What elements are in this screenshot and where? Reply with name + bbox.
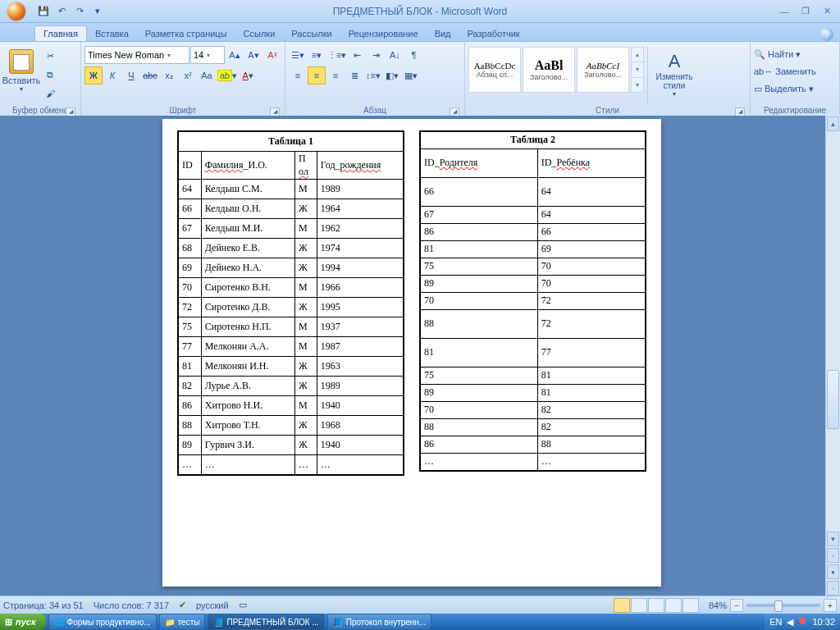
qat-redo[interactable]: ↷	[72, 4, 87, 19]
page-viewport[interactable]: Таблица 1IDФамилия_И.О.ПолГод_рождения64…	[0, 116, 825, 596]
font-size-combo[interactable]: 14▾	[190, 46, 225, 64]
align-right-button[interactable]: ≡	[326, 66, 345, 84]
tray-icon-1[interactable]: ◀	[787, 617, 793, 628]
strike-button[interactable]: abc	[141, 66, 159, 84]
underline-button[interactable]: Ч	[122, 66, 140, 84]
bold-button[interactable]: Ж	[84, 66, 103, 84]
highlight-button[interactable]: ab▾	[217, 66, 238, 84]
start-button[interactable]: ⊞пуск	[0, 614, 46, 630]
taskbar-item-2[interactable]: 📘 ПРЕДМЕТНЫЙ БЛОК ...	[208, 614, 324, 630]
minimize-button[interactable]: —	[776, 6, 792, 17]
italic-button[interactable]: К	[103, 66, 121, 84]
tray-clock[interactable]: 10:32	[812, 617, 835, 627]
tab-review[interactable]: Рецензирование	[340, 26, 427, 41]
change-case-button[interactable]: Aa	[198, 66, 216, 84]
prev-page-button[interactable]: ◦	[827, 548, 839, 563]
style-item-2[interactable]: AaBbCcIЗаголово...	[577, 47, 629, 93]
vertical-scrollbar[interactable]: ▲ ▼ ◦ ● ◦	[825, 116, 840, 596]
tab-insert[interactable]: Вставка	[87, 26, 137, 41]
quick-access-toolbar: 💾 ↶ ↷ ▾	[36, 4, 105, 19]
browse-object-button[interactable]: ●	[827, 564, 839, 579]
status-page[interactable]: Страница: 34 из 51	[3, 600, 84, 610]
view-print-layout[interactable]	[614, 598, 630, 613]
clear-formatting-button[interactable]: Aᵡ	[263, 46, 281, 64]
zoom-level[interactable]: 84%	[709, 600, 727, 610]
borders-button[interactable]: ▦▾	[402, 66, 420, 84]
maximize-button[interactable]: ❐	[797, 6, 814, 17]
sort-button[interactable]: A↓	[386, 46, 404, 64]
scroll-down-button[interactable]: ▼	[827, 532, 839, 546]
view-web-layout[interactable]	[648, 598, 664, 613]
scroll-up-button[interactable]: ▲	[827, 116, 839, 131]
subscript-button[interactable]: x₂	[160, 66, 178, 84]
status-proofing-icon[interactable]: ✔	[179, 600, 186, 610]
grow-font-button[interactable]: A▴	[226, 46, 244, 64]
superscript-button[interactable]: x²	[179, 66, 197, 84]
view-outline[interactable]	[665, 598, 682, 613]
align-left-button[interactable]: ≡	[289, 66, 307, 84]
select-button[interactable]: ▭ Выделить ▾	[754, 80, 816, 97]
group-styles: AaBbCcDcАбзац сп... AaBlЗаголово... AaBb…	[465, 42, 751, 117]
qat-save[interactable]: 💾	[36, 4, 51, 19]
numbering-button[interactable]: ≡▾	[308, 46, 326, 64]
justify-button[interactable]: ≣	[345, 66, 363, 84]
shrink-font-button[interactable]: A▾	[244, 46, 262, 64]
font-color-button[interactable]: A▾	[239, 66, 257, 84]
group-paragraph: ☰▾ ≡▾ ⋮≡▾ ⇤ ⇥ A↓ ¶ ≡ ≡ ≡ ≣ ↕≡▾ ◧▾ ▦▾ Абз…	[285, 42, 465, 117]
title-bar: 💾 ↶ ↷ ▾ ПРЕДМЕТНЫЙ БЛОК - Microsoft Word…	[0, 0, 840, 23]
multilevel-button[interactable]: ⋮≡▾	[326, 46, 347, 64]
taskbar-item-1[interactable]: 📁 тесты	[159, 614, 206, 630]
align-center-button[interactable]: ≡	[308, 66, 326, 84]
tab-mailings[interactable]: Рассылки	[283, 26, 340, 41]
style-item-1[interactable]: AaBlЗаголово...	[523, 47, 575, 93]
shading-button[interactable]: ◧▾	[383, 66, 401, 84]
close-button[interactable]: ✕	[819, 6, 835, 17]
paste-button[interactable]: Вставить ▾	[3, 43, 39, 98]
zoom-in-button[interactable]: +	[824, 599, 837, 612]
ribbon-tabs: Главная Вставка Разметка страницы Ссылки…	[0, 23, 840, 42]
tray-language[interactable]: EN	[769, 617, 782, 627]
cut-button[interactable]: ✂	[41, 47, 59, 65]
replace-button[interactable]: ab↔ Заменить	[754, 63, 816, 80]
status-insert-mode-icon[interactable]: ▭	[239, 600, 247, 610]
find-button[interactable]: 🔍 Найти ▾	[754, 46, 816, 62]
tab-developer[interactable]: Разработчик	[459, 26, 528, 41]
group-editing: 🔍 Найти ▾ ab↔ Заменить ▭ Выделить ▾ Реда…	[751, 42, 840, 117]
style-item-0[interactable]: AaBbCcDcАбзац сп...	[468, 47, 521, 93]
scroll-thumb[interactable]	[827, 370, 839, 429]
change-styles-label: Изменить стили	[651, 72, 697, 90]
tab-references[interactable]: Ссылки	[235, 26, 284, 41]
show-marks-button[interactable]: ¶	[404, 46, 422, 64]
zoom-out-button[interactable]: −	[730, 599, 743, 612]
paste-label: Вставить	[2, 75, 41, 85]
font-family-combo[interactable]: Times New Roman▾	[84, 46, 189, 64]
taskbar-item-0[interactable]: 🌐 Формы продуктивно...	[48, 614, 157, 630]
tab-view[interactable]: Вид	[427, 26, 459, 41]
tab-page-layout[interactable]: Разметка страницы	[137, 26, 235, 41]
document-page: Таблица 1IDФамилия_И.О.ПолГод_рождения64…	[162, 119, 661, 587]
qat-undo[interactable]: ↶	[54, 4, 69, 19]
bullets-button[interactable]: ☰▾	[289, 46, 307, 64]
help-button[interactable]: ?	[820, 28, 833, 41]
status-language[interactable]: русский	[196, 600, 228, 610]
scroll-track[interactable]	[826, 132, 840, 531]
next-page-button[interactable]: ◦	[827, 581, 839, 596]
taskbar: ⊞пуск 🌐 Формы продуктивно... 📁 тесты 📘 П…	[0, 614, 840, 630]
format-painter-button[interactable]: 🖌	[41, 84, 59, 103]
copy-button[interactable]: ⧉	[41, 66, 59, 84]
view-draft[interactable]	[682, 598, 699, 613]
decrease-indent-button[interactable]: ⇤	[348, 46, 366, 64]
styles-gallery-more[interactable]: ▴▾▾	[631, 47, 644, 93]
office-button[interactable]	[0, 0, 33, 22]
qat-customize[interactable]: ▾	[90, 4, 105, 19]
tab-home[interactable]: Главная	[34, 25, 87, 41]
status-words[interactable]: Число слов: 7 317	[94, 600, 169, 610]
zoom-slider-thumb[interactable]	[774, 600, 783, 612]
change-styles-button[interactable]: A Изменить стили ▾	[651, 47, 697, 101]
taskbar-item-3[interactable]: 📘 Протокол внутренн...	[327, 614, 431, 630]
increase-indent-button[interactable]: ⇥	[367, 46, 385, 64]
zoom-slider[interactable]	[746, 604, 820, 607]
line-spacing-button[interactable]: ↕≡▾	[364, 66, 382, 84]
tray-icon-2[interactable]: ⛊	[798, 617, 807, 627]
view-full-screen[interactable]	[631, 598, 647, 613]
